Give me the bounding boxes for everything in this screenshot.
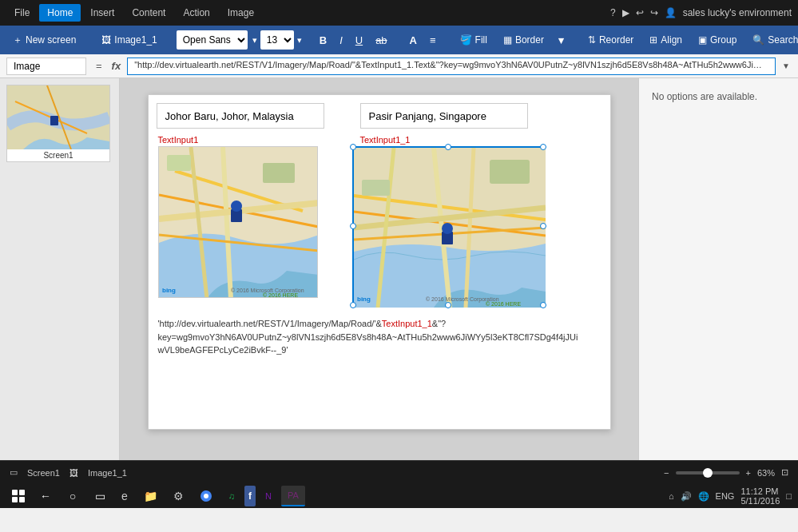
app-canvas: TextInput1 TextInput1_1 <box>148 94 611 430</box>
image-selector[interactable]: 🖼 Image1_1 <box>95 31 163 49</box>
taskbar-volume-icon[interactable]: 🔊 <box>681 491 692 502</box>
right-panel: No options are available. <box>638 78 798 460</box>
title-bar: File Home Insert Content Action Image ? … <box>0 0 798 26</box>
search-button[interactable]: 🔍 Search <box>746 31 798 49</box>
formula-scroll-button[interactable]: ▼ <box>782 62 792 70</box>
title-bar-right: ? ▶ ↩ ↪ 👤 sales lucky's environment <box>610 7 792 18</box>
taskbar-action-center[interactable]: □ <box>786 491 792 501</box>
italic-button[interactable]: I <box>335 32 347 49</box>
svg-text:© 2016 HERE: © 2016 HERE <box>486 301 521 307</box>
menu-content[interactable]: Content <box>124 4 173 22</box>
align-button[interactable]: ≡ <box>425 32 441 49</box>
taskbar-edge-button[interactable]: e <box>115 486 134 506</box>
handle-tr[interactable] <box>540 144 546 150</box>
handle-mr[interactable] <box>540 223 546 229</box>
align-toolbar-label: Align <box>661 34 682 46</box>
handle-bl[interactable] <box>350 302 356 308</box>
text-input-1[interactable] <box>157 103 324 129</box>
font-color-button[interactable]: A <box>405 32 422 49</box>
start-button[interactable] <box>6 486 30 506</box>
menu-image[interactable]: Image <box>220 4 262 22</box>
canvas-area[interactable]: TextInput1 TextInput1_1 <box>120 78 638 460</box>
font-size-chevron: ▾ <box>297 35 302 46</box>
align-toolbar-icon: ⊞ <box>649 34 657 46</box>
handle-tc[interactable] <box>445 144 451 150</box>
menu-home[interactable]: Home <box>39 4 81 22</box>
undo-icon[interactable]: ↩ <box>636 7 644 18</box>
handle-bc[interactable] <box>445 302 451 308</box>
taskbar-settings-button[interactable]: ⚙ <box>167 486 190 506</box>
start-icon <box>12 490 25 502</box>
fill-label: Fill <box>475 34 487 46</box>
formula-fx-button[interactable]: fx <box>112 60 121 72</box>
taskbar: ← ○ ▭ e 📁 ⚙ ♫ f N PA ⌂ 🔊 🌐 ENG 11:12 PM … <box>0 484 798 508</box>
bold-button[interactable]: B <box>315 32 332 49</box>
handle-tl[interactable] <box>350 144 356 150</box>
taskbar-back-button[interactable]: ← <box>34 486 58 506</box>
menu-file[interactable]: File <box>6 4 38 22</box>
help-icon[interactable]: ? <box>610 7 616 18</box>
formula-name-box[interactable]: Image <box>6 58 86 75</box>
border-chevron[interactable]: ▾ <box>554 32 569 49</box>
border-button[interactable]: ▦ Border <box>497 31 550 49</box>
formula-input[interactable]: "http://dev.virtualearth.net/REST/V1/Ima… <box>127 58 776 75</box>
font-family-select[interactable]: Open Sans <box>177 30 248 50</box>
border-icon: ▦ <box>503 34 512 46</box>
handle-br[interactable] <box>540 302 546 308</box>
svg-rect-27 <box>362 180 390 196</box>
taskbar-cortana-button[interactable]: ○ <box>61 486 85 506</box>
screen-thumb-label: Screen1 <box>7 149 109 161</box>
zoom-slider[interactable] <box>676 471 740 474</box>
group-button[interactable]: ▣ Group <box>692 31 743 49</box>
svg-rect-11 <box>167 155 191 171</box>
taskbar-clock: 11:12 PM 5/11/2016 <box>740 486 780 506</box>
menu-action[interactable]: Action <box>175 4 217 22</box>
fill-button[interactable]: 🪣 Fill <box>454 31 494 49</box>
taskbar-network-icon[interactable]: 🌐 <box>698 491 709 502</box>
align-toolbar-button[interactable]: ⊞ Align <box>643 31 689 49</box>
strikethrough-button[interactable]: ab <box>371 32 391 49</box>
menu-insert[interactable]: Insert <box>82 4 122 22</box>
new-screen-icon: ＋ <box>13 34 22 47</box>
title-bar-menu: File Home Insert Content Action Image <box>6 4 610 22</box>
taskbar-onenote-button[interactable]: N <box>259 486 278 506</box>
search-label: Search <box>768 34 798 46</box>
status-right: − + 63% ⊡ <box>664 467 788 478</box>
taskbar-explorer-button[interactable]: 📁 <box>137 486 164 506</box>
play-icon[interactable]: ▶ <box>622 7 629 18</box>
taskbar-taskview-button[interactable]: ▭ <box>88 486 112 506</box>
taskbar-spotify-button[interactable]: ♫ <box>222 486 241 506</box>
taskbar-facebook-button[interactable]: f <box>244 486 256 506</box>
handle-ml[interactable] <box>350 223 356 229</box>
underline-button[interactable]: U <box>351 32 367 49</box>
taskbar-date: 5/11/2016 <box>740 496 780 506</box>
font-size-select[interactable]: 13 <box>260 30 294 50</box>
zoom-thumb[interactable] <box>703 468 713 478</box>
redo-icon[interactable]: ↪ <box>650 7 658 18</box>
text-input-2[interactable] <box>360 103 528 129</box>
taskbar-powerapps-button[interactable]: PA <box>281 486 305 506</box>
svg-rect-12 <box>263 163 295 183</box>
zoom-minus-button[interactable]: − <box>664 468 669 478</box>
image-icon: 🖼 <box>69 468 78 478</box>
url-highlight: TextInput1_1 <box>382 319 432 328</box>
taskbar-lang: ENG <box>716 491 735 501</box>
url-key2: wVL9beAGFEPcLyCe2iBvkF--_9' <box>158 345 288 355</box>
url-suffix: &"? <box>432 319 446 328</box>
border-label: Border <box>515 34 544 46</box>
svg-point-14 <box>231 200 242 212</box>
url-key: key=wg9mvoY3hN6AV0UPutnZ~y8lVN1szjh6d5E8… <box>158 332 578 342</box>
fit-screen-button[interactable]: ⊡ <box>781 467 788 478</box>
svg-text:© 2016 HERE: © 2016 HERE <box>263 292 298 298</box>
status-left: ▭ Screen1 🖼 Image1_1 <box>10 467 127 478</box>
taskbar-chrome-button[interactable] <box>193 486 219 506</box>
new-screen-label: New screen <box>26 34 76 46</box>
reorder-button[interactable]: ⇅ Reorder <box>582 31 640 49</box>
screen-thumb-1[interactable]: Screen1 <box>6 85 110 162</box>
svg-text:bing: bing <box>162 287 176 294</box>
no-options-text: No options are available. <box>645 85 792 109</box>
user-icon[interactable]: 👤 <box>665 7 677 18</box>
zoom-plus-button[interactable]: + <box>746 468 751 478</box>
taskbar-notification-icon[interactable]: ⌂ <box>669 491 674 501</box>
new-screen-button[interactable]: ＋ New screen <box>6 30 82 50</box>
